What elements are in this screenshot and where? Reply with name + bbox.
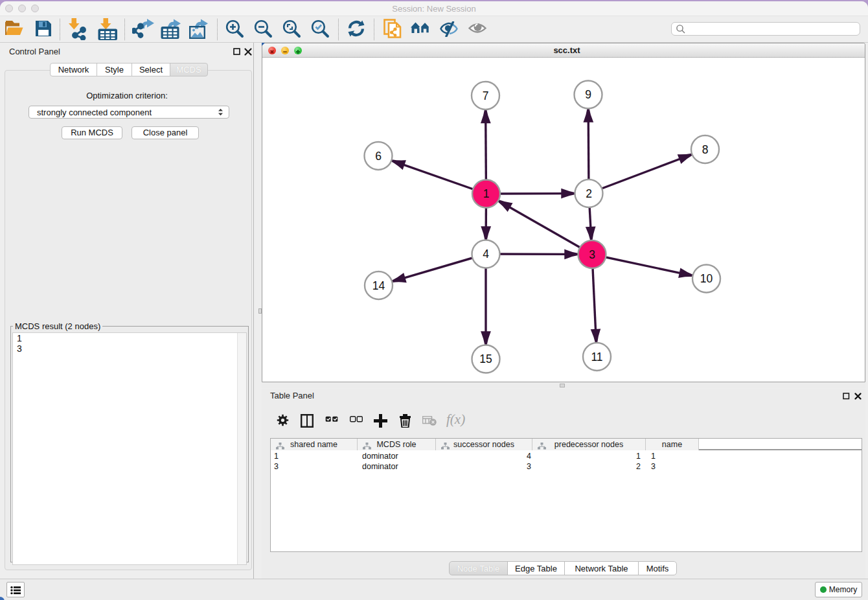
svg-text:2: 2 bbox=[586, 187, 592, 200]
svg-text:10: 10 bbox=[700, 272, 713, 285]
svg-text:9: 9 bbox=[585, 88, 591, 101]
svg-text:14: 14 bbox=[372, 279, 385, 292]
svg-text:1: 1 bbox=[483, 187, 490, 200]
svg-text:3: 3 bbox=[589, 248, 595, 261]
svg-text:11: 11 bbox=[591, 351, 602, 363]
svg-text:6: 6 bbox=[375, 150, 382, 163]
svg-text:7: 7 bbox=[483, 89, 489, 102]
svg-text:15: 15 bbox=[479, 352, 492, 365]
svg-text:4: 4 bbox=[483, 248, 489, 260]
svg-text:8: 8 bbox=[702, 143, 709, 156]
